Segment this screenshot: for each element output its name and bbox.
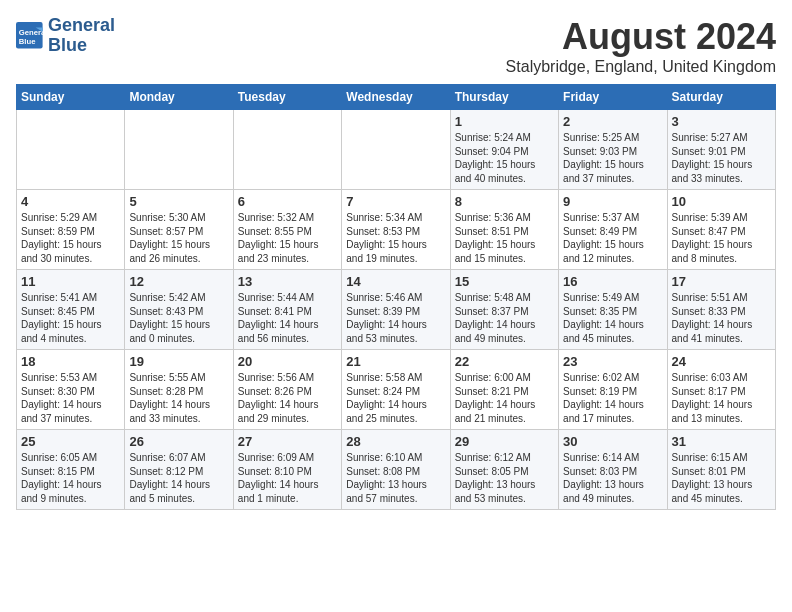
header-row: SundayMondayTuesdayWednesdayThursdayFrid… [17, 85, 776, 110]
day-info: Sunrise: 5:49 AM Sunset: 8:35 PM Dayligh… [563, 291, 662, 345]
calendar-cell: 2Sunrise: 5:25 AM Sunset: 9:03 PM Daylig… [559, 110, 667, 190]
day-info: Sunrise: 5:34 AM Sunset: 8:53 PM Dayligh… [346, 211, 445, 265]
day-info: Sunrise: 5:58 AM Sunset: 8:24 PM Dayligh… [346, 371, 445, 425]
calendar-cell: 29Sunrise: 6:12 AM Sunset: 8:05 PM Dayli… [450, 430, 558, 510]
week-row-4: 18Sunrise: 5:53 AM Sunset: 8:30 PM Dayli… [17, 350, 776, 430]
logo-text-line2: Blue [48, 36, 115, 56]
day-number: 27 [238, 434, 337, 449]
calendar-cell: 20Sunrise: 5:56 AM Sunset: 8:26 PM Dayli… [233, 350, 341, 430]
logo: General Blue General Blue [16, 16, 115, 56]
day-info: Sunrise: 5:30 AM Sunset: 8:57 PM Dayligh… [129, 211, 228, 265]
svg-text:Blue: Blue [19, 37, 36, 46]
day-info: Sunrise: 5:42 AM Sunset: 8:43 PM Dayligh… [129, 291, 228, 345]
calendar-cell: 18Sunrise: 5:53 AM Sunset: 8:30 PM Dayli… [17, 350, 125, 430]
calendar-cell: 28Sunrise: 6:10 AM Sunset: 8:08 PM Dayli… [342, 430, 450, 510]
day-number: 24 [672, 354, 771, 369]
calendar-cell: 3Sunrise: 5:27 AM Sunset: 9:01 PM Daylig… [667, 110, 775, 190]
day-number: 12 [129, 274, 228, 289]
calendar-cell: 25Sunrise: 6:05 AM Sunset: 8:15 PM Dayli… [17, 430, 125, 510]
header-cell-sunday: Sunday [17, 85, 125, 110]
day-info: Sunrise: 5:44 AM Sunset: 8:41 PM Dayligh… [238, 291, 337, 345]
logo-text-line1: General [48, 16, 115, 36]
calendar-cell: 8Sunrise: 5:36 AM Sunset: 8:51 PM Daylig… [450, 190, 558, 270]
day-number: 31 [672, 434, 771, 449]
day-number: 29 [455, 434, 554, 449]
calendar-cell [125, 110, 233, 190]
day-number: 18 [21, 354, 120, 369]
day-info: Sunrise: 6:07 AM Sunset: 8:12 PM Dayligh… [129, 451, 228, 505]
calendar-cell: 7Sunrise: 5:34 AM Sunset: 8:53 PM Daylig… [342, 190, 450, 270]
day-number: 10 [672, 194, 771, 209]
calendar-cell: 12Sunrise: 5:42 AM Sunset: 8:43 PM Dayli… [125, 270, 233, 350]
day-number: 19 [129, 354, 228, 369]
calendar-cell: 10Sunrise: 5:39 AM Sunset: 8:47 PM Dayli… [667, 190, 775, 270]
day-number: 3 [672, 114, 771, 129]
day-info: Sunrise: 6:03 AM Sunset: 8:17 PM Dayligh… [672, 371, 771, 425]
calendar-table: SundayMondayTuesdayWednesdayThursdayFrid… [16, 84, 776, 510]
logo-icon: General Blue [16, 22, 44, 50]
day-number: 28 [346, 434, 445, 449]
calendar-cell: 21Sunrise: 5:58 AM Sunset: 8:24 PM Dayli… [342, 350, 450, 430]
header: General Blue General Blue August 2024 St… [16, 16, 776, 76]
day-info: Sunrise: 6:14 AM Sunset: 8:03 PM Dayligh… [563, 451, 662, 505]
calendar-cell: 24Sunrise: 6:03 AM Sunset: 8:17 PM Dayli… [667, 350, 775, 430]
day-number: 22 [455, 354, 554, 369]
day-number: 13 [238, 274, 337, 289]
day-info: Sunrise: 6:05 AM Sunset: 8:15 PM Dayligh… [21, 451, 120, 505]
calendar-cell: 11Sunrise: 5:41 AM Sunset: 8:45 PM Dayli… [17, 270, 125, 350]
day-number: 17 [672, 274, 771, 289]
day-info: Sunrise: 6:10 AM Sunset: 8:08 PM Dayligh… [346, 451, 445, 505]
day-number: 15 [455, 274, 554, 289]
day-info: Sunrise: 5:29 AM Sunset: 8:59 PM Dayligh… [21, 211, 120, 265]
header-cell-thursday: Thursday [450, 85, 558, 110]
calendar-cell: 1Sunrise: 5:24 AM Sunset: 9:04 PM Daylig… [450, 110, 558, 190]
day-info: Sunrise: 6:00 AM Sunset: 8:21 PM Dayligh… [455, 371, 554, 425]
week-row-5: 25Sunrise: 6:05 AM Sunset: 8:15 PM Dayli… [17, 430, 776, 510]
day-info: Sunrise: 5:56 AM Sunset: 8:26 PM Dayligh… [238, 371, 337, 425]
calendar-cell: 13Sunrise: 5:44 AM Sunset: 8:41 PM Dayli… [233, 270, 341, 350]
header-cell-friday: Friday [559, 85, 667, 110]
day-info: Sunrise: 6:12 AM Sunset: 8:05 PM Dayligh… [455, 451, 554, 505]
day-info: Sunrise: 5:39 AM Sunset: 8:47 PM Dayligh… [672, 211, 771, 265]
day-number: 4 [21, 194, 120, 209]
day-info: Sunrise: 5:53 AM Sunset: 8:30 PM Dayligh… [21, 371, 120, 425]
day-number: 9 [563, 194, 662, 209]
day-info: Sunrise: 6:09 AM Sunset: 8:10 PM Dayligh… [238, 451, 337, 505]
day-info: Sunrise: 5:55 AM Sunset: 8:28 PM Dayligh… [129, 371, 228, 425]
day-number: 7 [346, 194, 445, 209]
calendar-cell: 17Sunrise: 5:51 AM Sunset: 8:33 PM Dayli… [667, 270, 775, 350]
week-row-2: 4Sunrise: 5:29 AM Sunset: 8:59 PM Daylig… [17, 190, 776, 270]
week-row-3: 11Sunrise: 5:41 AM Sunset: 8:45 PM Dayli… [17, 270, 776, 350]
day-info: Sunrise: 5:48 AM Sunset: 8:37 PM Dayligh… [455, 291, 554, 345]
calendar-cell: 23Sunrise: 6:02 AM Sunset: 8:19 PM Dayli… [559, 350, 667, 430]
calendar-cell: 26Sunrise: 6:07 AM Sunset: 8:12 PM Dayli… [125, 430, 233, 510]
day-number: 16 [563, 274, 662, 289]
header-cell-tuesday: Tuesday [233, 85, 341, 110]
day-info: Sunrise: 5:51 AM Sunset: 8:33 PM Dayligh… [672, 291, 771, 345]
header-cell-monday: Monday [125, 85, 233, 110]
calendar-cell: 30Sunrise: 6:14 AM Sunset: 8:03 PM Dayli… [559, 430, 667, 510]
calendar-cell: 19Sunrise: 5:55 AM Sunset: 8:28 PM Dayli… [125, 350, 233, 430]
day-info: Sunrise: 5:27 AM Sunset: 9:01 PM Dayligh… [672, 131, 771, 185]
calendar-cell: 5Sunrise: 5:30 AM Sunset: 8:57 PM Daylig… [125, 190, 233, 270]
day-number: 8 [455, 194, 554, 209]
day-info: Sunrise: 5:41 AM Sunset: 8:45 PM Dayligh… [21, 291, 120, 345]
calendar-cell: 27Sunrise: 6:09 AM Sunset: 8:10 PM Dayli… [233, 430, 341, 510]
day-info: Sunrise: 5:37 AM Sunset: 8:49 PM Dayligh… [563, 211, 662, 265]
day-number: 20 [238, 354, 337, 369]
day-info: Sunrise: 5:25 AM Sunset: 9:03 PM Dayligh… [563, 131, 662, 185]
day-number: 25 [21, 434, 120, 449]
day-number: 26 [129, 434, 228, 449]
week-row-1: 1Sunrise: 5:24 AM Sunset: 9:04 PM Daylig… [17, 110, 776, 190]
calendar-cell: 4Sunrise: 5:29 AM Sunset: 8:59 PM Daylig… [17, 190, 125, 270]
title-area: August 2024 Stalybridge, England, United… [506, 16, 776, 76]
calendar-header: SundayMondayTuesdayWednesdayThursdayFrid… [17, 85, 776, 110]
calendar-cell: 6Sunrise: 5:32 AM Sunset: 8:55 PM Daylig… [233, 190, 341, 270]
day-info: Sunrise: 6:15 AM Sunset: 8:01 PM Dayligh… [672, 451, 771, 505]
calendar-cell [342, 110, 450, 190]
day-number: 21 [346, 354, 445, 369]
day-info: Sunrise: 5:36 AM Sunset: 8:51 PM Dayligh… [455, 211, 554, 265]
day-number: 30 [563, 434, 662, 449]
calendar-cell [17, 110, 125, 190]
day-number: 5 [129, 194, 228, 209]
